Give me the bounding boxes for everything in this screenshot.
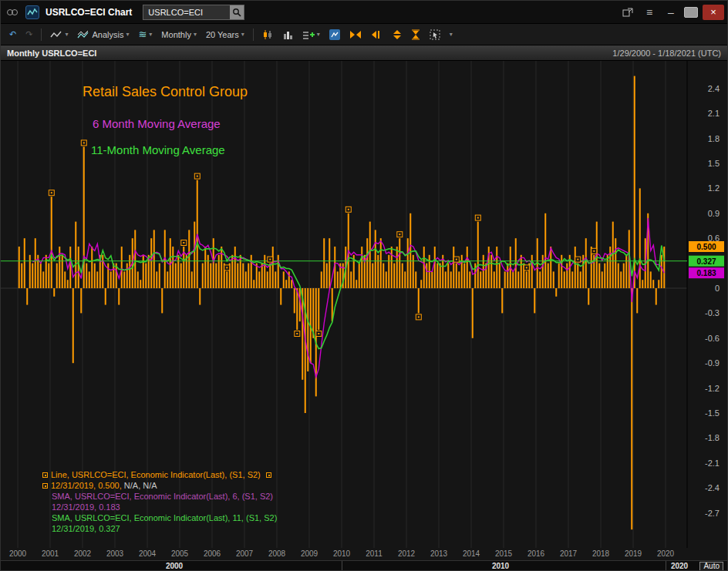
x-year-label: 2011 [366, 549, 383, 558]
chart-date-range: 1/29/2000 - 1/18/2021 (UTC) [612, 49, 721, 58]
legend-handle-icon[interactable] [42, 483, 48, 489]
svg-text:0.327: 0.327 [696, 257, 716, 266]
x-axis-decades[interactable]: 2000 2010 2020 Auto [1, 560, 727, 571]
sma11-line [46, 243, 665, 348]
scroll-left-right-button[interactable] [345, 29, 366, 41]
titlebar-left: USRLCO=ECI Chart USRLCO=ECI [4, 4, 244, 21]
legend-sma11-text: SMA, USRLCO=ECI, Economic Indicator(Last… [52, 513, 277, 522]
bar-chart-icon [282, 29, 293, 40]
legend-handle-icon[interactable] [266, 472, 271, 478]
maximize-button[interactable] [684, 7, 698, 18]
interval-dropdown[interactable]: Monthly ▾ [157, 29, 201, 41]
legend-line-values: 12/31/2019, 0.500, [51, 481, 122, 490]
legend-line-na: N/A, N/A [124, 481, 157, 490]
time-window-button[interactable] [407, 28, 424, 42]
svg-text:2.4: 2.4 [708, 84, 720, 93]
chart-type-button[interactable] [258, 28, 277, 42]
svg-text:-0.9: -0.9 [705, 358, 720, 368]
redo-button[interactable]: ↷ [22, 29, 36, 40]
arrows-left-right-icon [349, 30, 362, 39]
arrows-up-down-icon [393, 29, 402, 40]
waves-icon: ≋ [138, 29, 147, 40]
svg-text:0.500: 0.500 [696, 243, 716, 251]
annotation-title[interactable]: Retail Sales Control Group [83, 84, 248, 100]
close-button[interactable]: × [703, 5, 724, 20]
legend-handle-icon[interactable] [42, 472, 48, 478]
popout-icon[interactable] [619, 4, 636, 21]
analysis-label: Analysis [92, 30, 123, 39]
link-icon[interactable] [4, 4, 21, 21]
range-dropdown[interactable]: 20 Years ▾ [202, 29, 248, 41]
chevron-down-icon: ▾ [241, 31, 244, 38]
chart-toolbar: ↶ ↷ ▾ Analysis ▾ ≋ ▾ Monthly ▾ 20 Years … [1, 24, 727, 45]
svg-text:0.9: 0.9 [708, 209, 720, 218]
selection-mode-button[interactable] [426, 28, 444, 42]
analysis-dropdown[interactable]: Analysis ▾ [73, 29, 133, 41]
decade-separator [666, 561, 666, 571]
svg-text:-2.1: -2.1 [705, 458, 720, 468]
smoothing-dropdown[interactable]: ≋ ▾ [134, 27, 156, 42]
x-year-label: 2008 [268, 549, 285, 558]
app-window: USRLCO=ECI Chart USRLCO=ECI ≡ – × ↶ ↷ ▾ [0, 0, 728, 571]
svg-text:-2.4: -2.4 [705, 483, 720, 492]
x-year-label: 2016 [527, 549, 544, 558]
svg-text:-1.5: -1.5 [705, 408, 720, 418]
chevron-down-icon: ▾ [194, 31, 197, 38]
line-style-dropdown[interactable]: ▾ [46, 29, 72, 41]
x-year-label: 2006 [204, 549, 221, 558]
x-year-label: 2013 [430, 549, 447, 558]
search-icon[interactable] [230, 5, 244, 19]
svg-text:1.8: 1.8 [708, 134, 720, 143]
symbol-search-box[interactable]: USRLCO=ECI [143, 5, 244, 20]
x-year-label: 2014 [463, 549, 480, 558]
line-style-icon [50, 30, 62, 39]
svg-text:-2.7: -2.7 [705, 509, 720, 518]
svg-text:2.1: 2.1 [708, 109, 720, 118]
x-year-label: 2015 [495, 549, 512, 558]
x-year-label: 2018 [592, 549, 609, 558]
x-year-label: 2007 [236, 549, 253, 558]
legend-sma6-text: SMA, USRLCO=ECI, Economic Indicator(Last… [52, 492, 273, 501]
blue-panel-icon [329, 29, 340, 40]
add-series-button[interactable]: ▾ [298, 28, 324, 42]
chevron-down-icon: ▾ [149, 31, 152, 38]
toolbar-overflow-chevron[interactable]: ▾ [446, 29, 457, 39]
annotation-ma6[interactable]: 6 Month Moving Average [93, 117, 221, 130]
decade-label: 2020 [664, 562, 695, 570]
svg-text:-1.8: -1.8 [705, 433, 720, 442]
undo-button[interactable]: ↶ [5, 29, 20, 40]
menu-icon[interactable]: ≡ [641, 4, 658, 21]
chart-type-alt-button[interactable] [278, 28, 297, 42]
analysis-icon [77, 30, 89, 39]
window-title: USRLCO=ECI Chart [46, 7, 132, 18]
legend-row-line[interactable]: Line, USRLCO=ECI, Economic Indicator(Las… [42, 469, 277, 480]
zoom-vertical-button[interactable] [389, 28, 406, 42]
annotation-button[interactable] [325, 28, 344, 42]
x-year-label: 2003 [106, 549, 123, 558]
svg-text:-1.2: -1.2 [705, 384, 720, 393]
arrows-inward-icon [371, 30, 383, 39]
jump-to-end-button[interactable] [367, 29, 387, 41]
x-year-label: 2017 [560, 549, 577, 558]
annotation-ma11[interactable]: 11-Month Moving Average [91, 143, 225, 156]
svg-text:1.2: 1.2 [708, 183, 720, 193]
minimize-button[interactable]: – [662, 4, 679, 21]
legend-row-line-values: 12/31/2019, 0.500, N/A, N/A [42, 480, 277, 491]
symbol-search-input[interactable]: USRLCO=ECI [148, 8, 203, 17]
titlebar-right: ≡ – × [619, 4, 724, 21]
x-year-label: 2009 [301, 549, 318, 558]
selection-box-icon [430, 29, 440, 40]
legend-row-sma11[interactable]: SMA, USRLCO=ECI, Economic Indicator(Last… [52, 512, 277, 523]
candlestick-icon [262, 29, 273, 40]
legend-sma6-values: 12/31/2019, 0.183 [52, 502, 120, 512]
x-axis-years[interactable]: 2000200120022003200420052006200720082009… [1, 548, 727, 560]
legend-row-sma6[interactable]: SMA, USRLCO=ECI, Economic Indicator(Last… [52, 491, 277, 502]
chart-legend: Line, USRLCO=ECI, Economic Indicator(Las… [42, 469, 277, 534]
chevron-down-icon: ▾ [65, 31, 68, 38]
x-year-label: 2012 [398, 549, 415, 558]
x-year-label: 2019 [625, 549, 642, 558]
auto-scale-button[interactable]: Auto [699, 562, 723, 571]
svg-text:1.5: 1.5 [708, 159, 720, 168]
interval-label: Monthly [161, 30, 191, 39]
x-year-label: 2005 [171, 549, 188, 558]
